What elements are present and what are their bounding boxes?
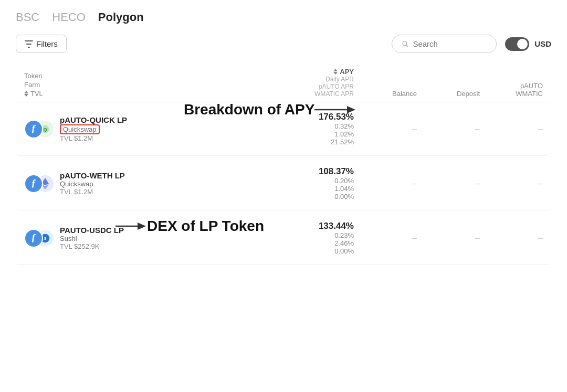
token-icons-pauto-usdc: ƒ $ — [24, 228, 54, 249]
deposit-pauto-quick: – — [417, 124, 480, 134]
token-info-pauto-usdc: ƒ $ PAUTO-USDC LP Sushi TVL $252.9K — [24, 226, 192, 250]
search-box[interactable] — [392, 35, 497, 53]
token-info-pauto-weth: ƒ pAUTO-WETH LP Quickswap TVL $1.2M — [24, 171, 192, 196]
tab-heco[interactable]: HECO — [52, 10, 86, 24]
daily-apr-pauto-quick: 0.32% — [192, 122, 354, 130]
table-header: Token Farm TVL APY Daily APR pAUTO APR W… — [16, 66, 551, 102]
token-details-pauto-weth: pAUTO-WETH LP Quickswap TVL $1.2M — [60, 171, 125, 196]
apy-col-pauto-weth: 108.37% 0.20% 1.04% 0.00% — [192, 166, 354, 200]
wmatic-pauto-weth: – — [480, 179, 543, 188]
pauto-apr-pauto-weth: 1.04% — [192, 185, 354, 193]
tab-polygon[interactable]: Polygon — [98, 10, 144, 24]
tab-bsc[interactable]: BSC — [16, 10, 39, 24]
wmatic-apr-pauto-usdc: 0.00% — [192, 247, 354, 255]
token-tvl-pauto-weth: TVL $1.2M — [60, 188, 125, 196]
daily-apr-pauto-usdc: 0.23% — [192, 231, 354, 239]
network-tabs: BSC HECO Polygon — [16, 10, 551, 24]
quickswap-highlight: Quickswap — [60, 124, 100, 134]
farm-row-pauto-weth[interactable]: ƒ pAUTO-WETH LP Quickswap TVL $1.2M 108.… — [16, 157, 551, 210]
token-icons-pauto-quick: ƒ Q — [24, 119, 54, 140]
token-tvl-pauto-quick: TVL $1.2M — [60, 134, 127, 142]
apy-main-pauto-usdc: 133.44% — [192, 221, 354, 231]
toggle-switch[interactable] — [505, 37, 529, 51]
filters-label: Filters — [36, 39, 58, 48]
currency-toggle: USD — [505, 37, 551, 51]
apy-sort-icon — [333, 69, 338, 75]
pauto-apr-pauto-usdc: 2.46% — [192, 239, 354, 247]
balance-pauto-weth: – — [354, 179, 417, 188]
search-icon — [402, 40, 408, 48]
token-name-pauto-usdc: PAUTO-USDC LP — [60, 226, 124, 235]
token-details-pauto-quick: pAUTO-QUICK LP Quickswap TVL $1.2M — [60, 115, 127, 142]
header-wmatic-apr: WMATIC APR — [192, 90, 354, 98]
pauto-logo-usdc: ƒ — [32, 232, 36, 243]
apy-col-pauto-quick: 176.53% 0.32% 1.02% 21.52% — [192, 112, 354, 146]
header-token-farm-tvl: Token Farm TVL — [24, 72, 192, 98]
farm-row-pauto-quick[interactable]: ƒ Q pAUTO-QUICK LP Quickswap TVL $1.2M 1… — [16, 102, 551, 156]
deposit-pauto-weth: – — [417, 179, 480, 188]
token-info-pauto-quick: ƒ Q pAUTO-QUICK LP Quickswap TVL $1.2M — [24, 115, 192, 142]
token-dex-pauto-weth: Quickswap — [60, 180, 125, 188]
header-pauto-apr: pAUTO APR — [192, 83, 354, 90]
pauto-logo-weth: ƒ — [32, 178, 36, 189]
apy-main-pauto-weth: 108.37% — [192, 166, 354, 177]
wmatic-pauto-usdc: – — [480, 234, 543, 243]
icon-pauto-left: ƒ — [24, 120, 43, 139]
header-apy-group: APY Daily APR pAUTO APR WMATIC APR — [192, 68, 354, 98]
toolbar-right: USD — [392, 35, 551, 53]
apy-main-pauto-quick: 176.53% — [192, 112, 354, 122]
token-dex-pauto-usdc: Sushi — [60, 235, 124, 242]
pauto-apr-pauto-quick: 1.02% — [192, 130, 354, 138]
header-deposit: Deposit — [417, 90, 480, 98]
deposit-pauto-usdc: – — [417, 234, 480, 243]
filter-icon — [25, 40, 33, 48]
filters-button[interactable]: Filters — [16, 35, 67, 53]
wmatic-pauto-quick: – — [480, 124, 543, 134]
token-tvl-pauto-usdc: TVL $252.9K — [60, 242, 124, 250]
token-name-pauto-weth: pAUTO-WETH LP — [60, 171, 125, 180]
svg-text:Q: Q — [43, 126, 47, 132]
header-apy-main[interactable]: APY — [192, 68, 354, 76]
currency-label: USD — [534, 39, 551, 48]
icon-pauto-left-usdc: ƒ — [24, 229, 43, 248]
balance-pauto-quick: – — [354, 124, 417, 134]
tvl-sort-icon — [24, 91, 28, 97]
balance-pauto-usdc: – — [354, 234, 417, 243]
apy-col-pauto-usdc: 133.44% 0.23% 2.46% 0.00% — [192, 221, 354, 255]
header-balance: Balance — [354, 90, 417, 98]
pauto-logo: ƒ — [32, 123, 36, 134]
icon-pauto-left-weth: ƒ — [24, 174, 43, 193]
svg-line-1 — [406, 45, 408, 47]
header-tvl[interactable]: TVL — [24, 90, 192, 98]
token-name-pauto-quick: pAUTO-QUICK LP — [60, 115, 127, 124]
header-wmatic: pAUTO WMATIC — [480, 82, 543, 98]
token-icons-pauto-weth: ƒ — [24, 173, 54, 194]
header-farm: Farm — [24, 81, 192, 89]
wmatic-apr-pauto-weth: 0.00% — [192, 193, 354, 200]
farm-row-pauto-usdc[interactable]: ƒ $ PAUTO-USDC LP Sushi TVL $252.9K 133.… — [16, 211, 551, 265]
token-details-pauto-usdc: PAUTO-USDC LP Sushi TVL $252.9K — [60, 226, 124, 250]
header-daily-apr: Daily APR — [192, 76, 354, 83]
header-token: Token — [24, 72, 192, 80]
token-dex-pauto-quick: Quickswap — [60, 124, 127, 134]
daily-apr-pauto-weth: 0.20% — [192, 177, 354, 185]
wmatic-apr-pauto-quick: 21.52% — [192, 138, 354, 146]
search-input[interactable] — [413, 39, 487, 48]
farms-table: Token Farm TVL APY Daily APR pAUTO APR W… — [16, 66, 551, 265]
toolbar: Filters USD — [16, 35, 551, 53]
